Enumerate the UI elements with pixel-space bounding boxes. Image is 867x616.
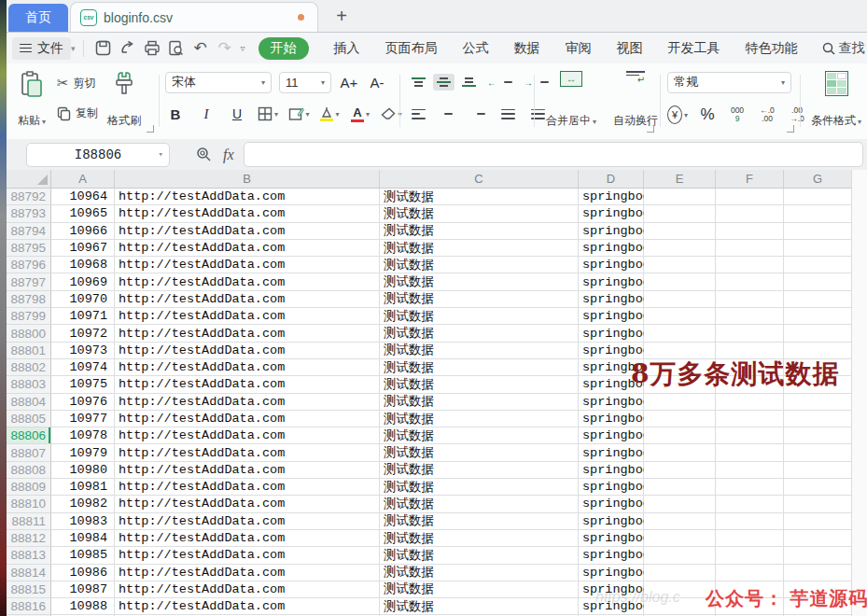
tab-home[interactable]: 开始	[259, 37, 309, 60]
cell-A88809[interactable]: 10981	[51, 479, 115, 496]
tab-review[interactable]: 审阅	[566, 40, 592, 57]
cell-D88809[interactable]: springboot	[579, 479, 644, 496]
cell-C88808[interactable]: 测试数据	[380, 462, 579, 479]
cell-A88796[interactable]: 10968	[51, 257, 115, 273]
print-icon[interactable]	[140, 37, 164, 60]
cell-B88808[interactable]: http://testAddData.com	[115, 462, 380, 479]
cell-C88813[interactable]: 测试数据	[380, 547, 579, 564]
cell-E88814[interactable]	[644, 565, 716, 581]
cell-D88813[interactable]: springboot	[579, 547, 644, 564]
cell-G88809[interactable]	[784, 479, 852, 496]
fill-color-button[interactable]: ▾	[319, 104, 340, 124]
redo-icon[interactable]: ↷	[213, 37, 237, 60]
tab-formulas[interactable]: 公式	[463, 40, 489, 57]
cell-B88810[interactable]: http://testAddData.com	[115, 496, 380, 512]
cell-A88794[interactable]: 10966	[51, 223, 115, 240]
cell-F88798[interactable]	[716, 291, 784, 308]
justify-button[interactable]	[497, 105, 519, 123]
row-header-88793[interactable]: 88793	[7, 205, 51, 222]
tab-page-layout[interactable]: 页面布局	[385, 40, 438, 57]
cell-D88797[interactable]: springboot	[579, 273, 644, 290]
grow-font-button[interactable]: A+	[339, 72, 359, 92]
cell-D88806[interactable]: springboot	[579, 427, 644, 444]
cell-C88811[interactable]: 测试数据	[380, 513, 579, 530]
cell-A88807[interactable]: 10979	[51, 444, 115, 461]
cell-F88811[interactable]	[716, 513, 784, 530]
cell-E88813[interactable]	[644, 547, 716, 564]
magnifier-icon[interactable]	[196, 147, 212, 162]
cell-C88795[interactable]: 测试数据	[380, 240, 579, 257]
row-header-88806[interactable]: 88806	[7, 427, 51, 444]
cell-C88794[interactable]: 测试数据	[380, 223, 579, 240]
row-header-88809[interactable]: 88809	[7, 479, 51, 496]
cell-D88793[interactable]: springboot	[579, 205, 644, 222]
cell-D88796[interactable]: springboot	[579, 257, 644, 273]
cell-G88798[interactable]	[784, 291, 852, 308]
cell-G88806[interactable]	[784, 427, 852, 444]
tab-insert[interactable]: 插入	[334, 40, 360, 57]
fx-icon[interactable]: fx	[223, 147, 234, 163]
font-size-select[interactable]: 11▾	[279, 72, 331, 93]
cell-G88794[interactable]	[784, 223, 852, 240]
cell-F88808[interactable]	[716, 462, 784, 479]
underline-button[interactable]: U	[227, 104, 247, 124]
row-header-88805[interactable]: 88805	[7, 411, 51, 427]
cell-B88800[interactable]: http://testAddData.com	[115, 325, 380, 342]
cell-C88793[interactable]: 测试数据	[380, 205, 579, 222]
save-icon[interactable]	[91, 37, 116, 60]
cell-B88794[interactable]: http://testAddData.com	[115, 223, 380, 240]
name-box[interactable]: I88806 ▾	[26, 143, 170, 167]
cell-A88812[interactable]: 10984	[51, 530, 115, 547]
cell-A88802[interactable]: 10974	[51, 359, 115, 376]
cell-F88800[interactable]	[716, 325, 784, 342]
borders-button[interactable]: ▾	[258, 104, 278, 124]
row-header-88800[interactable]: 88800	[7, 325, 51, 342]
cell-C88799[interactable]: 测试数据	[380, 308, 579, 325]
cell-C88800[interactable]: 测试数据	[380, 325, 579, 342]
cell-B88792[interactable]: http://testAddData.com	[115, 189, 380, 205]
select-all-corner[interactable]	[7, 170, 51, 188]
row-header-88794[interactable]: 88794	[7, 223, 51, 240]
row-header-88812[interactable]: 88812	[7, 530, 51, 547]
cell-E88810[interactable]	[644, 496, 716, 512]
cell-D88794[interactable]: springboot	[579, 223, 644, 240]
cell-B88799[interactable]: http://testAddData.com	[115, 308, 380, 325]
cell-E88806[interactable]	[644, 427, 716, 444]
cell-A88806[interactable]: 10978	[51, 427, 115, 444]
copy-button[interactable]: 复制	[57, 103, 98, 123]
cell-D88798[interactable]: springboot	[579, 291, 644, 308]
home-tab[interactable]: 首页	[8, 4, 68, 32]
cell-F88810[interactable]	[716, 496, 784, 512]
row-header-88798[interactable]: 88798	[7, 291, 51, 308]
cell-D88800[interactable]: springboot	[579, 325, 644, 342]
cell-A88795[interactable]: 10967	[51, 240, 115, 257]
cell-A88792[interactable]: 10964	[51, 189, 115, 205]
tab-data[interactable]: 数据	[514, 40, 540, 57]
column-header-E[interactable]: E	[644, 170, 716, 188]
cell-A88803[interactable]: 10975	[51, 376, 115, 393]
cell-E88793[interactable]	[644, 205, 716, 222]
cell-B88798[interactable]: http://testAddData.com	[115, 291, 380, 308]
cell-C88814[interactable]: 测试数据	[380, 565, 579, 581]
undo-icon[interactable]: ↶	[189, 37, 213, 60]
align-center-button[interactable]	[438, 105, 459, 123]
font-name-select[interactable]: 宋体▾	[165, 72, 272, 93]
cell-C88807[interactable]: 测试数据	[380, 444, 579, 461]
cell-G88813[interactable]	[784, 547, 852, 564]
cell-F88807[interactable]	[716, 444, 784, 461]
dialog-launcher-icon[interactable]	[647, 125, 654, 133]
cell-A88797[interactable]: 10969	[51, 273, 115, 290]
cell-C88803[interactable]: 测试数据	[380, 376, 579, 393]
cell-F88793[interactable]	[716, 205, 784, 222]
row-header-88792[interactable]: 88792	[7, 189, 51, 205]
cut-button[interactable]: ✂ 剪切	[57, 73, 98, 93]
row-header-88801[interactable]: 88801	[7, 343, 51, 359]
cell-E88797[interactable]	[644, 273, 716, 290]
cell-E88811[interactable]	[644, 513, 716, 530]
cell-F88805[interactable]	[716, 411, 784, 427]
cell-B88802[interactable]: http://testAddData.com	[115, 359, 380, 376]
formula-input[interactable]	[244, 142, 863, 167]
print-preview-icon[interactable]	[164, 37, 189, 60]
shrink-font-button[interactable]: A-	[367, 72, 387, 92]
cell-G88807[interactable]	[784, 444, 852, 461]
